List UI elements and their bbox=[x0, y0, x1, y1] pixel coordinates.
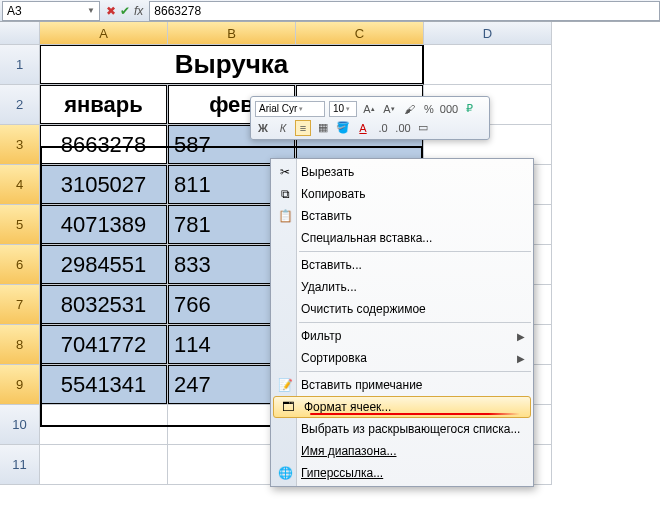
cell[interactable] bbox=[424, 45, 552, 85]
chevron-right-icon: ▶ bbox=[517, 353, 525, 364]
name-box-value: A3 bbox=[7, 4, 22, 18]
menu-separator bbox=[299, 251, 531, 252]
fx-icon[interactable]: fx bbox=[134, 4, 143, 18]
copy-icon: ⧉ bbox=[273, 183, 297, 205]
row-header-7[interactable]: 7 bbox=[0, 285, 40, 325]
menu-filter[interactable]: Фильтр ▶ bbox=[271, 325, 533, 347]
title-cell[interactable]: Выручка bbox=[40, 45, 424, 85]
align-center-icon[interactable]: ≡ bbox=[295, 120, 311, 136]
cell-a7[interactable]: 8032531 bbox=[40, 285, 168, 325]
cell-a5[interactable]: 4071389 bbox=[40, 205, 168, 245]
font-size-box[interactable]: 10▾ bbox=[329, 101, 357, 117]
row-header-4[interactable]: 4 bbox=[0, 165, 40, 205]
font-name-box[interactable]: Arial Cyr▾ bbox=[255, 101, 325, 117]
menu-separator bbox=[299, 371, 531, 372]
menu-hyperlink[interactable]: 🌐 Гиперссылка... bbox=[271, 462, 533, 484]
formula-bar: A3 ▼ ✖ ✔ fx 8663278 bbox=[0, 0, 660, 22]
italic-icon[interactable]: К bbox=[275, 120, 291, 136]
chevron-right-icon: ▶ bbox=[517, 331, 525, 342]
mini-toolbar: Arial Cyr▾ 10▾ A▴ A▾ 🖌 % 000 ₽ Ж К ≡ ▦ 🪣… bbox=[250, 96, 490, 140]
menu-insert[interactable]: Вставить... bbox=[271, 254, 533, 276]
cell-month-a[interactable]: январь bbox=[40, 85, 168, 125]
row-header-8[interactable]: 8 bbox=[0, 325, 40, 365]
format-cells-icon: 🗔 bbox=[276, 396, 300, 418]
menu-sort[interactable]: Сортировка ▶ bbox=[271, 347, 533, 369]
percent-icon[interactable]: % bbox=[421, 101, 437, 117]
decrease-decimal-icon[interactable]: .0 bbox=[375, 120, 391, 136]
clipboard-icon: 📋 bbox=[273, 205, 297, 227]
fill-color-icon[interactable]: 🪣 bbox=[335, 120, 351, 136]
col-header-b[interactable]: B bbox=[168, 22, 296, 45]
menu-copy[interactable]: ⧉ Копировать bbox=[271, 183, 533, 205]
name-box[interactable]: A3 ▼ bbox=[2, 1, 100, 21]
menu-delete[interactable]: Удалить... bbox=[271, 276, 533, 298]
chevron-down-icon[interactable]: ▼ bbox=[87, 6, 95, 15]
context-menu: ✂ Вырезать ⧉ Копировать 📋 Вставить Специ… bbox=[270, 158, 534, 487]
cell-a8[interactable]: 7041772 bbox=[40, 325, 168, 365]
col-header-c[interactable]: C bbox=[296, 22, 424, 45]
grow-font-icon[interactable]: A▴ bbox=[361, 101, 377, 117]
cell[interactable] bbox=[40, 445, 168, 485]
formula-input[interactable]: 8663278 bbox=[149, 1, 660, 21]
accounting-icon[interactable]: ₽ bbox=[461, 101, 477, 117]
row-header-9[interactable]: 9 bbox=[0, 365, 40, 405]
font-color-icon[interactable]: A bbox=[355, 120, 371, 136]
merge-icon[interactable]: ▭ bbox=[415, 120, 431, 136]
cancel-icon[interactable]: ✖ bbox=[106, 4, 116, 18]
shrink-font-icon[interactable]: A▾ bbox=[381, 101, 397, 117]
comment-icon: 📝 bbox=[273, 374, 297, 396]
menu-format-cells[interactable]: 🗔 Формат ячеек... bbox=[273, 396, 531, 418]
menu-dropdown-pick[interactable]: Выбрать из раскрывающегося списка... bbox=[271, 418, 533, 440]
row-header-3[interactable]: 3 bbox=[0, 125, 40, 165]
cell[interactable] bbox=[40, 405, 168, 445]
scissors-icon: ✂ bbox=[273, 161, 297, 183]
select-all-corner[interactable] bbox=[0, 22, 40, 45]
comma-icon[interactable]: 000 bbox=[441, 101, 457, 117]
menu-clear[interactable]: Очистить содержимое bbox=[271, 298, 533, 320]
menu-cut[interactable]: ✂ Вырезать bbox=[271, 161, 533, 183]
formula-value: 8663278 bbox=[154, 4, 201, 18]
formula-icons: ✖ ✔ fx bbox=[106, 4, 143, 18]
menu-paste[interactable]: 📋 Вставить bbox=[271, 205, 533, 227]
row-header-2[interactable]: 2 bbox=[0, 85, 40, 125]
bold-icon[interactable]: Ж bbox=[255, 120, 271, 136]
red-underline bbox=[310, 413, 520, 415]
borders-icon[interactable]: ▦ bbox=[315, 120, 331, 136]
row-header-1[interactable]: 1 bbox=[0, 45, 40, 85]
col-header-d[interactable]: D bbox=[424, 22, 552, 45]
row-header-5[interactable]: 5 bbox=[0, 205, 40, 245]
menu-separator bbox=[299, 322, 531, 323]
confirm-icon[interactable]: ✔ bbox=[120, 4, 130, 18]
menu-paste-special[interactable]: Специальная вставка... bbox=[271, 227, 533, 249]
cell-a4[interactable]: 3105027 bbox=[40, 165, 168, 205]
menu-range-name[interactable]: Имя диапазона... bbox=[271, 440, 533, 462]
row-header-6[interactable]: 6 bbox=[0, 245, 40, 285]
cell-a9[interactable]: 5541341 bbox=[40, 365, 168, 405]
cell-a3[interactable]: 8663278 bbox=[40, 125, 168, 165]
row-header-10[interactable]: 10 bbox=[0, 405, 40, 445]
globe-icon: 🌐 bbox=[273, 462, 297, 484]
increase-decimal-icon[interactable]: .00 bbox=[395, 120, 411, 136]
row-header-11[interactable]: 11 bbox=[0, 445, 40, 485]
format-painter-icon[interactable]: 🖌 bbox=[401, 101, 417, 117]
col-header-a[interactable]: A bbox=[40, 22, 168, 45]
cell-a6[interactable]: 2984551 bbox=[40, 245, 168, 285]
menu-comment[interactable]: 📝 Вставить примечание bbox=[271, 374, 533, 396]
